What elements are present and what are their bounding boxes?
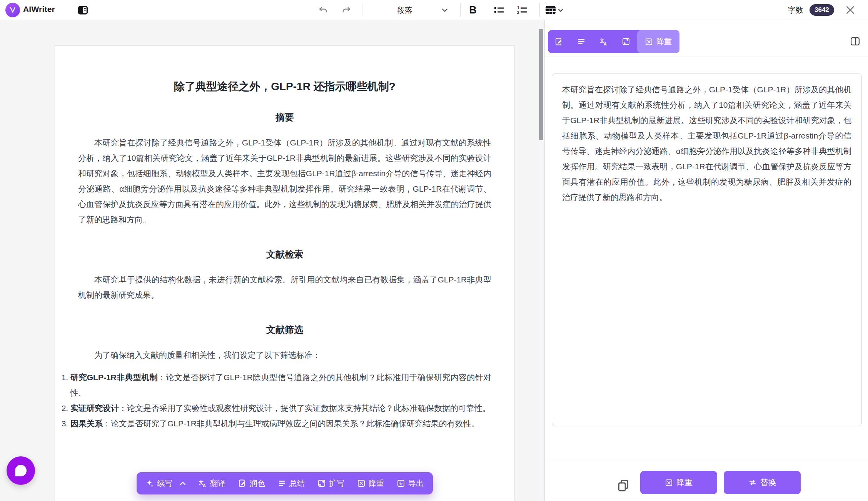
editor-scrollbar-track[interactable] bbox=[539, 20, 544, 501]
polish-label: 润色 bbox=[250, 478, 265, 489]
expand-icon bbox=[622, 37, 630, 46]
translate-icon: 文 A bbox=[199, 479, 207, 488]
redo-button[interactable] bbox=[341, 5, 352, 15]
ai-actions-floating-toolbar: 续写 文 A 翻译 润色 总结 扩写 降重 bbox=[137, 472, 433, 494]
screening-intro-paragraph: 为了确保纳入文献的质量和相关性，我们设定了以下筛选标准： bbox=[78, 347, 491, 363]
svg-text:1: 1 bbox=[517, 6, 519, 10]
svg-text:2: 2 bbox=[517, 10, 519, 15]
tab-translate[interactable]: 文 A bbox=[593, 30, 615, 53]
summarize-icon bbox=[278, 479, 286, 488]
translate-button[interactable]: 文 A 翻译 bbox=[199, 478, 225, 489]
table-button[interactable] bbox=[545, 5, 556, 15]
ai-result-panel: 文 A 降重 本研究旨在探讨除了经典信号通路之外，GLP-1受体（GLP-1R）… bbox=[544, 20, 868, 501]
summarize-button[interactable]: 总结 bbox=[278, 478, 305, 489]
app-logo bbox=[5, 3, 20, 17]
undo-button[interactable] bbox=[318, 5, 329, 15]
chat-assistant-button[interactable] bbox=[7, 456, 35, 485]
replace-action-button[interactable]: 替换 bbox=[724, 471, 801, 494]
paragraph-style-label: 段落 bbox=[397, 5, 412, 15]
sidebar-toggle-button[interactable] bbox=[78, 5, 88, 15]
continue-writing-button[interactable]: 续写 bbox=[146, 478, 172, 489]
abstract-paragraph: 本研究旨在探讨除了经典信号通路之外，GLP-1受体（GLP-1R）所涉及的其他机… bbox=[78, 135, 491, 227]
translate-icon: 文 A bbox=[599, 37, 608, 46]
paragraph-chevron-down-icon[interactable] bbox=[442, 8, 448, 13]
redo-icon bbox=[341, 5, 352, 15]
reduce-similarity-icon bbox=[645, 38, 653, 46]
collapse-toolbar-button[interactable] bbox=[180, 481, 186, 486]
continue-writing-label: 续写 bbox=[157, 478, 172, 489]
toolbar-divider bbox=[362, 3, 362, 17]
export-icon bbox=[397, 479, 405, 488]
logo-v-icon bbox=[7, 4, 18, 16]
polish-icon bbox=[555, 37, 563, 46]
sidebar-toggle-icon bbox=[78, 5, 88, 15]
table-chevron-down-icon[interactable] bbox=[558, 8, 563, 12]
tab-expand[interactable] bbox=[615, 30, 637, 53]
word-count-label: 字数 bbox=[788, 5, 803, 15]
list-item: 实证研究设计：论文是否采用了实验性或观察性研究设计，提供了实证数据来支持其结论？… bbox=[70, 401, 491, 416]
polish-button[interactable]: 润色 bbox=[238, 478, 265, 489]
list-item: 研究GLP-1R非典型机制：论文是否探讨了GLP-1R除典型信号通路之外的其他机… bbox=[70, 370, 491, 401]
copy-icon bbox=[616, 479, 630, 493]
tab-summarize[interactable] bbox=[570, 30, 593, 53]
summarize-label: 总结 bbox=[289, 478, 305, 489]
reduce-similarity-action-button[interactable]: 降重 bbox=[640, 471, 717, 494]
rewrite-result-text: 本研究旨在探讨除了经典信号通路之外，GLP-1受体（GLP-1R）所涉及的其他机… bbox=[562, 82, 851, 205]
panel-divider bbox=[545, 57, 868, 57]
toolbar-divider bbox=[488, 3, 488, 17]
editor-scrollbar-thumb[interactable] bbox=[539, 29, 543, 140]
close-button[interactable] bbox=[846, 5, 855, 15]
panel-tab-group: 文 A 降重 bbox=[548, 30, 679, 53]
replace-button-label: 替换 bbox=[760, 477, 776, 488]
ordered-list-button[interactable]: 1 2 bbox=[516, 5, 529, 15]
reduce-similarity-icon bbox=[357, 479, 366, 488]
reduce-similarity-button[interactable]: 降重 bbox=[357, 478, 384, 489]
expand-writing-button[interactable]: 扩写 bbox=[317, 478, 344, 489]
criterion-desc: ：论文是否采用了实验性或观察性研究设计，提供了实证数据来支持其结论？此标准确保数… bbox=[119, 404, 491, 412]
close-icon bbox=[846, 5, 855, 15]
bold-label: B bbox=[469, 4, 477, 16]
svg-text:A: A bbox=[203, 483, 206, 488]
reduce-similarity-icon bbox=[665, 479, 673, 487]
document-page[interactable]: 除了典型途径之外，GLP-1R 还指示哪些机制? 摘要 本研究旨在探讨除了经典信… bbox=[55, 45, 515, 501]
polish-icon bbox=[238, 479, 247, 488]
toolbar-divider bbox=[539, 3, 540, 17]
tab-reduce-similarity-active[interactable]: 降重 bbox=[637, 30, 679, 53]
tab-polish[interactable] bbox=[548, 30, 570, 53]
word-count-badge: 3642 bbox=[810, 4, 834, 16]
bullet-list-button[interactable] bbox=[493, 5, 506, 15]
panel-collapse-button[interactable] bbox=[850, 36, 860, 47]
active-tab-label: 降重 bbox=[656, 37, 672, 47]
reduce-similarity-label: 降重 bbox=[369, 478, 384, 489]
sparkles-icon bbox=[146, 479, 154, 488]
paragraph-style-dropdown[interactable]: 段落 bbox=[397, 5, 412, 15]
table-icon bbox=[545, 5, 556, 15]
abstract-heading: 摘要 bbox=[78, 110, 491, 125]
export-button[interactable]: 导出 bbox=[397, 478, 424, 489]
criterion-term: 实证研究设计 bbox=[70, 404, 119, 412]
panel-divider bbox=[545, 461, 868, 461]
svg-text:A: A bbox=[604, 42, 607, 46]
toolbar-divider bbox=[460, 3, 461, 17]
criterion-desc: ：论文是否研究了GLP-1R非典型机制与生理或病理效应之间的因果关系？此标准确保… bbox=[103, 419, 479, 428]
expand-writing-label: 扩写 bbox=[329, 478, 344, 489]
criterion-term: 因果关系 bbox=[70, 419, 103, 428]
copy-result-button[interactable] bbox=[616, 479, 630, 493]
bullet-list-icon bbox=[493, 5, 506, 15]
document-title: 除了典型途径之外，GLP-1R 还指示哪些机制? bbox=[78, 79, 491, 94]
literature-screening-heading: 文献筛选 bbox=[78, 322, 491, 337]
summarize-icon bbox=[577, 37, 586, 46]
expand-icon bbox=[317, 479, 326, 488]
bold-button[interactable]: B bbox=[466, 2, 479, 18]
panel-collapse-icon bbox=[850, 36, 860, 47]
literature-search-paragraph: 本研究基于提供的结构化数据，未进行新的文献检索。所引用的文献均来自已有数据集，涵… bbox=[78, 272, 491, 303]
chevron-up-icon bbox=[180, 481, 186, 486]
app-title: AIWriter bbox=[23, 5, 55, 14]
undo-icon bbox=[318, 5, 329, 15]
rewrite-result-card[interactable]: 本研究旨在探讨除了经典信号通路之外，GLP-1受体（GLP-1R）所涉及的其他机… bbox=[552, 73, 862, 426]
chat-bubble-icon bbox=[15, 465, 27, 476]
export-label: 导出 bbox=[408, 478, 424, 489]
reduce-button-label: 降重 bbox=[676, 477, 693, 488]
ordered-list-icon: 1 2 bbox=[516, 5, 529, 15]
translate-label: 翻译 bbox=[210, 478, 225, 489]
